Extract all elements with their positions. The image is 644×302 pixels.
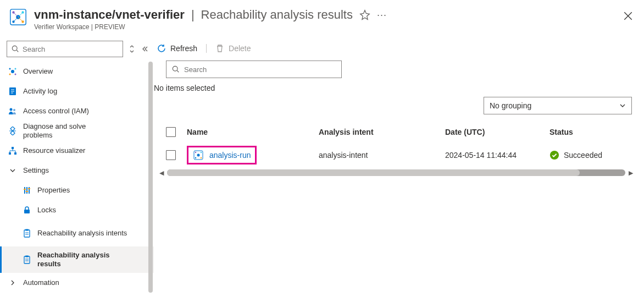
toolbar: Refresh Delete (154, 42, 639, 61)
svg-point-45 (197, 154, 200, 157)
svg-line-43 (177, 70, 179, 72)
nav-activity-log[interactable]: Activity log (0, 81, 154, 101)
nav-properties[interactable]: Properties (0, 180, 154, 200)
resource-icon (9, 8, 27, 26)
svg-rect-39 (25, 256, 29, 257)
col-date-utc[interactable]: Date (UTC) (445, 128, 549, 136)
breadcrumb: vnm-instance/vnet-verifier | Reachabilit… (34, 8, 635, 22)
cell-date: 2024-05-14 11:44:44 (445, 151, 549, 160)
sidebar-search-input[interactable] (7, 41, 123, 57)
nav-diagnose[interactable]: Diagnose and solve problems (0, 121, 154, 141)
svg-rect-34 (24, 230, 30, 237)
svg-line-7 (18, 13, 23, 18)
svg-rect-35 (25, 229, 29, 231)
refresh-icon (157, 44, 166, 53)
svg-point-48 (195, 157, 196, 158)
chevron-down-icon (8, 167, 18, 174)
col-analysis-intent[interactable]: Analysis intent (319, 128, 445, 136)
col-status[interactable]: Status (549, 128, 626, 136)
breadcrumb-resource: vnm-instance/vnet-verifier (34, 8, 185, 22)
svg-rect-30 (24, 189, 26, 190)
chevron-down-icon (619, 102, 626, 109)
nav-automation-group[interactable]: Automation (0, 273, 154, 293)
cell-status: Succeeded (564, 151, 602, 160)
row-checkbox[interactable] (166, 150, 176, 160)
col-name[interactable]: Name (187, 128, 319, 136)
sidebar-scrollbar[interactable] (148, 62, 153, 299)
svg-line-8 (14, 17, 19, 22)
svg-rect-32 (28, 188, 30, 189)
sidebar-nav: Overview Activity log Access control (IA… (0, 62, 154, 299)
chevron-right-icon (8, 279, 18, 286)
clipboard-icon (22, 229, 32, 238)
scroll-left-icon[interactable]: ◀ (159, 169, 164, 177)
svg-point-42 (173, 66, 177, 71)
cell-intent: analysis-intent (319, 151, 445, 160)
svg-rect-27 (24, 187, 25, 194)
svg-line-6 (14, 13, 19, 18)
nav-locks[interactable]: Locks (0, 200, 154, 220)
overview-icon (8, 67, 18, 76)
svg-point-15 (9, 74, 11, 75)
properties-icon (22, 186, 32, 195)
svg-rect-29 (29, 187, 30, 194)
table-row[interactable]: analysis-run analysis-intent 2024-05-14 … (160, 143, 634, 167)
search-icon (172, 65, 180, 73)
diagnose-icon (8, 127, 18, 135)
select-all-checkbox[interactable] (166, 127, 176, 137)
results-search-input[interactable] (166, 61, 342, 78)
svg-point-13 (9, 68, 11, 70)
svg-rect-25 (9, 152, 11, 155)
svg-point-21 (10, 108, 13, 111)
svg-point-49 (201, 157, 202, 158)
selection-status: No items selected (154, 84, 639, 92)
page-title: Reachability analysis results (201, 8, 353, 22)
refresh-button[interactable]: Refresh (157, 44, 197, 53)
svg-rect-24 (12, 147, 14, 149)
svg-point-22 (13, 109, 15, 111)
resource-visualizer-icon (8, 146, 18, 155)
svg-point-10 (12, 46, 17, 51)
close-icon[interactable] (623, 11, 633, 21)
nav-resource-visualizer[interactable]: Resource visualizer (0, 141, 154, 161)
nav-settings-group[interactable]: Settings (0, 161, 154, 180)
results-table: Name Analysis intent Date (UTC) Status (154, 121, 639, 177)
table-horizontal-scrollbar[interactable]: ◀ ▶ (159, 168, 633, 177)
svg-point-16 (15, 74, 16, 75)
svg-point-47 (201, 152, 202, 153)
svg-point-50 (550, 151, 559, 160)
search-icon (12, 45, 19, 53)
analysis-run-link[interactable]: analysis-run (209, 151, 251, 160)
svg-line-9 (18, 17, 23, 22)
more-actions-icon[interactable]: ··· (377, 9, 387, 21)
svg-point-46 (195, 152, 196, 153)
svg-line-11 (16, 50, 18, 52)
svg-rect-33 (24, 210, 30, 213)
svg-rect-38 (24, 256, 30, 263)
svg-point-12 (11, 70, 14, 73)
clipboard-icon (22, 255, 32, 264)
activity-log-icon (8, 87, 18, 96)
collapse-sidebar-icon[interactable] (141, 45, 148, 53)
nav-access-control[interactable]: Access control (IAM) (0, 101, 154, 121)
grouping-dropdown[interactable]: No grouping (484, 97, 632, 114)
expand-collapse-all-icon[interactable] (129, 45, 135, 53)
page-header: vnm-instance/vnet-verifier | Reachabilit… (0, 0, 644, 35)
access-control-icon (8, 107, 18, 116)
svg-rect-26 (14, 152, 16, 155)
svg-point-14 (15, 68, 16, 70)
nav-reachability-results[interactable]: Reachability analysis results (0, 246, 154, 273)
svg-rect-31 (26, 191, 28, 192)
svg-rect-28 (26, 187, 27, 194)
favorite-star-icon[interactable] (359, 9, 370, 20)
nav-overview[interactable]: Overview (0, 62, 154, 81)
lock-icon (22, 206, 32, 215)
scroll-right-icon[interactable]: ▶ (629, 169, 633, 177)
nav-reachability-intents[interactable]: Reachability analysis intents (0, 220, 154, 246)
delete-button: Delete (215, 44, 251, 53)
page-subtitle: Verifier Workspace | PREVIEW (34, 23, 635, 31)
analysis-run-icon (193, 150, 204, 161)
highlighted-result: analysis-run (187, 146, 257, 164)
trash-icon (215, 44, 224, 53)
success-icon (549, 150, 559, 160)
